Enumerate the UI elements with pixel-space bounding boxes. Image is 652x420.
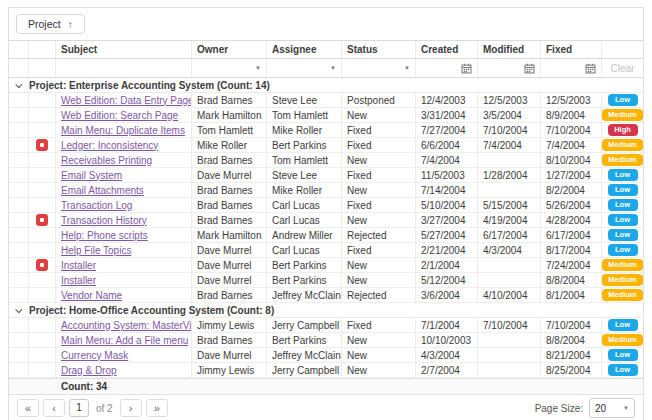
- group-chip-project[interactable]: Project ↑: [16, 14, 85, 34]
- page-count-label: of 2: [96, 403, 113, 414]
- subject-link[interactable]: Transaction Log: [61, 200, 132, 211]
- subject-filter-input[interactable]: [61, 63, 186, 74]
- created-cell: 12/4/2003: [416, 93, 478, 107]
- owner-filter-select[interactable]: ▼: [192, 59, 267, 77]
- priority-badge: Medium: [602, 109, 643, 121]
- header-status[interactable]: Status: [342, 41, 416, 58]
- priority-badge-cell: Low: [602, 93, 643, 107]
- status-cell: New: [342, 213, 416, 227]
- owner-cell: Brad Barnes: [192, 93, 267, 107]
- subject-link[interactable]: Main Menu: Add a File menu: [61, 335, 188, 346]
- table-row: Web Edition: Data Entry Page Brad Barnes…: [9, 93, 643, 108]
- group-row[interactable]: Project: Home-Office Accounting System (…: [9, 303, 643, 318]
- modified-cell: 3/5/2004: [478, 108, 541, 122]
- owner-cell: Dave Murrel: [192, 243, 267, 257]
- row-expand-cell: [9, 93, 29, 107]
- owner-cell: Jimmy Lewis: [192, 363, 267, 377]
- created-cell: 3/6/2004: [416, 288, 478, 302]
- current-page-box[interactable]: 1: [69, 399, 89, 417]
- header-assignee[interactable]: Assignee: [267, 41, 342, 58]
- created-cell: 6/6/2004: [416, 138, 478, 152]
- page-size-control: Page Size: 20 ▼: [535, 398, 635, 418]
- header-subject[interactable]: Subject: [56, 41, 192, 58]
- subject-link[interactable]: Installer: [61, 275, 96, 286]
- header-priority-badge-column: [602, 41, 643, 58]
- page-size-select[interactable]: 20 ▼: [589, 398, 635, 418]
- table-row: Drag & Drop Jimmy Lewis Jerry Campbell N…: [9, 363, 643, 378]
- pager: « ‹ 1 of 2 › » Page Size: 20 ▼: [9, 394, 643, 420]
- fixed-filter-date[interactable]: [541, 59, 602, 77]
- subject-link[interactable]: Email Attachments: [61, 185, 144, 196]
- fixed-cell: 8/21/2004: [541, 348, 602, 362]
- header-owner[interactable]: Owner: [192, 41, 267, 58]
- subject-link[interactable]: Email System: [61, 170, 122, 181]
- next-page-button[interactable]: ›: [120, 399, 142, 417]
- data-grid: Project ↑ Subject Owner Assignee Status …: [8, 7, 644, 420]
- row-priority-icon-cell: [29, 153, 56, 167]
- clear-filter-button[interactable]: Clear: [602, 63, 643, 74]
- assignee-cell: Tom Hamlett: [267, 108, 342, 122]
- subject-link[interactable]: Installer: [61, 260, 96, 271]
- subject-link[interactable]: Main Menu: Duplicate Items: [61, 125, 185, 136]
- header-fixed[interactable]: Fixed: [541, 41, 602, 58]
- created-filter-date[interactable]: [416, 59, 478, 77]
- priority-badge-cell: Low: [602, 213, 643, 227]
- created-cell: 2/1/2004: [416, 258, 478, 272]
- subject-link[interactable]: Drag & Drop: [61, 365, 117, 376]
- group-row[interactable]: Project: Enterprise Accounting System (C…: [9, 78, 643, 93]
- calendar-icon: [585, 63, 596, 74]
- status-cell: Fixed: [342, 198, 416, 212]
- priority-badge-cell: Medium: [602, 258, 643, 272]
- row-priority-icon-cell: [29, 213, 56, 227]
- row-expand-cell: [9, 243, 29, 257]
- assignee-cell: Bert Parkins: [267, 333, 342, 347]
- sort-ascending-icon: ↑: [68, 19, 73, 30]
- subject-link[interactable]: Help File Topics: [61, 245, 131, 256]
- created-cell: 5/12/2004: [416, 273, 478, 287]
- subject-cell: Installer: [56, 273, 192, 287]
- subject-link[interactable]: Receivables Printing: [61, 155, 152, 166]
- assignee-cell: Jeffrey McClain: [267, 288, 342, 302]
- subject-link[interactable]: Transaction History: [61, 215, 147, 226]
- subject-cell: Main Menu: Duplicate Items: [56, 123, 192, 137]
- fixed-cell: 5/26/2004: [541, 198, 602, 212]
- subject-link[interactable]: Accounting System: MasterView: [61, 320, 192, 331]
- row-expand-cell: [9, 348, 29, 362]
- priority-badge: Low: [608, 244, 638, 256]
- assignee-filter-select[interactable]: ▼: [267, 59, 342, 77]
- subject-link[interactable]: Web Edition: Search Page: [61, 110, 178, 121]
- header-created[interactable]: Created: [416, 41, 478, 58]
- row-expand-cell: [9, 198, 29, 212]
- header-modified[interactable]: Modified: [478, 41, 541, 58]
- row-expand-cell: [9, 213, 29, 227]
- subject-link[interactable]: Web Edition: Data Entry Page: [61, 95, 192, 106]
- last-page-button[interactable]: »: [146, 399, 168, 417]
- modified-cell: [478, 363, 541, 377]
- subject-cell: Help: Phone scripts: [56, 228, 192, 242]
- subject-link[interactable]: Help: Phone scripts: [61, 230, 148, 241]
- status-cell: Fixed: [342, 138, 416, 152]
- first-page-button[interactable]: «: [17, 399, 39, 417]
- subject-cell: Installer: [56, 258, 192, 272]
- collapse-chevron-button[interactable]: [9, 308, 29, 313]
- subject-link[interactable]: Vendor Name: [61, 290, 122, 301]
- prev-page-button[interactable]: ‹: [43, 399, 65, 417]
- subject-link[interactable]: Ledger: Inconsistency: [61, 140, 158, 151]
- header-priority-icon-column: [29, 41, 56, 58]
- collapse-chevron-button[interactable]: [9, 83, 29, 88]
- assignee-cell: Steve Lee: [267, 168, 342, 182]
- high-priority-alert-icon: [36, 259, 48, 271]
- row-expand-cell: [9, 108, 29, 122]
- assignee-cell: Bert Parkins: [267, 258, 342, 272]
- modified-filter-date[interactable]: [478, 59, 541, 77]
- row-expand-cell: [9, 333, 29, 347]
- row-expand-cell: [9, 258, 29, 272]
- subject-link[interactable]: Currency Mask: [61, 350, 128, 361]
- created-cell: 10/10/2003: [416, 333, 478, 347]
- status-filter-select[interactable]: ▼: [342, 59, 416, 77]
- status-cell: New: [342, 333, 416, 347]
- created-cell: 5/27/2004: [416, 228, 478, 242]
- table-row: Main Menu: Add a File menu Brad Barnes B…: [9, 333, 643, 348]
- priority-badge: Low: [608, 349, 638, 361]
- subject-cell: Transaction History: [56, 213, 192, 227]
